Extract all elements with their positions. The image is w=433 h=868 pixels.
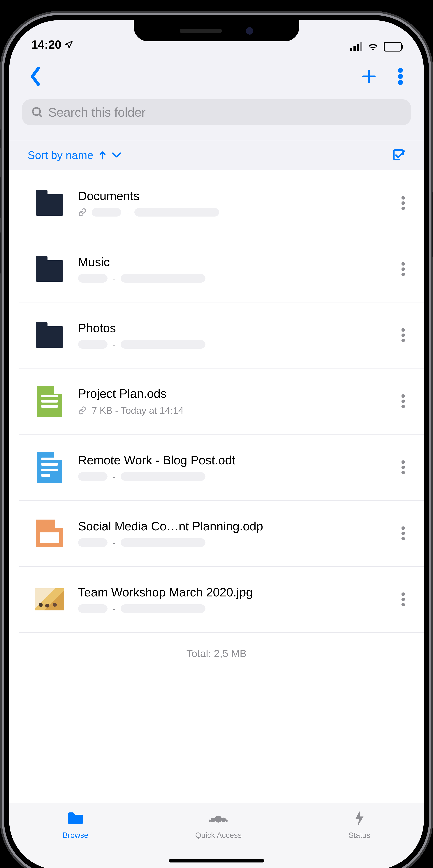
file-row[interactable]: Music -	[19, 237, 424, 303]
tab-bar: Browse Quick Access Status	[9, 803, 424, 868]
volume-down-button	[0, 232, 1, 274]
svg-point-23	[402, 526, 405, 530]
more-vertical-icon	[401, 592, 405, 607]
svg-point-27	[402, 598, 405, 601]
svg-point-13	[402, 273, 405, 276]
file-name: Music	[78, 255, 384, 269]
svg-point-11	[402, 262, 405, 266]
clock: 14:20	[31, 38, 61, 52]
sort-button[interactable]: Sort by name	[28, 149, 121, 161]
redacted-meta	[121, 472, 205, 481]
redacted-meta	[121, 538, 205, 547]
svg-point-30	[211, 817, 215, 822]
file-meta: -	[78, 471, 384, 482]
svg-point-12	[402, 268, 405, 271]
row-menu-button[interactable]	[397, 523, 409, 544]
redacted-meta	[121, 340, 205, 349]
browse-icon	[66, 811, 85, 828]
more-vertical-icon	[401, 196, 405, 210]
svg-point-25	[402, 537, 405, 540]
add-button[interactable]	[361, 69, 377, 84]
quick-access-icon	[209, 811, 228, 828]
file-name: Project Plan.ods	[78, 386, 384, 401]
svg-point-29	[215, 815, 222, 823]
redacted-meta	[78, 340, 108, 349]
svg-point-4	[398, 80, 403, 85]
chevron-left-icon	[29, 66, 41, 87]
location-icon	[64, 40, 73, 49]
svg-point-15	[402, 334, 405, 337]
file-meta: 7 KB - Today at 14:14	[78, 405, 384, 416]
svg-point-20	[402, 460, 405, 464]
status-icons	[350, 42, 402, 52]
tab-quick-access[interactable]: Quick Access	[195, 811, 241, 840]
svg-point-21	[402, 466, 405, 469]
tab-label: Quick Access	[195, 831, 241, 840]
total-size: Total: 2,5 MB	[9, 633, 424, 674]
row-menu-button[interactable]	[397, 391, 409, 412]
svg-point-18	[402, 400, 405, 403]
svg-point-14	[402, 328, 405, 332]
folder-icon	[36, 327, 63, 348]
row-menu-button[interactable]	[397, 589, 409, 610]
file-row[interactable]: Team Workshop March 2020.jpg -	[19, 567, 424, 633]
more-vertical-icon	[401, 262, 405, 276]
link-icon	[78, 406, 87, 415]
file-name: Documents	[78, 189, 384, 203]
file-row[interactable]: Remote Work - Blog Post.odt -	[19, 435, 424, 501]
presentation-icon	[36, 520, 63, 547]
svg-point-9	[402, 202, 405, 205]
svg-point-24	[402, 532, 405, 535]
file-meta: -	[78, 273, 384, 283]
tab-browse[interactable]: Browse	[63, 811, 88, 840]
search-field[interactable]	[22, 99, 411, 125]
mute-switch	[0, 129, 1, 149]
link-icon	[78, 208, 87, 217]
svg-point-3	[398, 74, 403, 79]
file-meta: -	[78, 207, 384, 217]
arrow-up-icon	[98, 150, 107, 160]
tab-status[interactable]: Status	[348, 811, 370, 840]
redacted-meta	[78, 604, 108, 613]
back-button[interactable]	[29, 66, 41, 87]
more-button[interactable]	[397, 68, 404, 85]
file-row[interactable]: Social Media Co…nt Planning.odp -	[19, 501, 424, 567]
battery-icon	[384, 42, 402, 52]
row-menu-button[interactable]	[397, 457, 409, 478]
search-input[interactable]	[48, 105, 402, 120]
redacted-meta	[135, 208, 219, 217]
redacted-meta	[121, 274, 205, 283]
wifi-icon	[368, 42, 378, 51]
header	[9, 56, 424, 125]
file-list[interactable]: Documents - Music - Photos - Project Pla…	[9, 170, 424, 803]
spreadsheet-icon	[37, 385, 62, 417]
more-vertical-icon	[401, 526, 405, 540]
phone-frame: 14:20	[0, 11, 433, 868]
more-vertical-icon	[401, 328, 405, 342]
svg-point-16	[402, 339, 405, 342]
row-menu-button[interactable]	[397, 324, 409, 346]
power-button	[432, 191, 433, 257]
file-row[interactable]: Project Plan.ods 7 KB - Today at 14:14	[19, 369, 424, 435]
row-menu-button[interactable]	[397, 192, 409, 214]
file-row[interactable]: Photos -	[19, 303, 424, 369]
image-thumbnail	[35, 588, 64, 611]
folder-icon	[36, 194, 63, 216]
svg-point-10	[402, 207, 405, 210]
select-button[interactable]	[392, 149, 405, 162]
svg-point-31	[222, 817, 226, 822]
redacted-meta	[121, 604, 205, 613]
row-menu-button[interactable]	[397, 258, 409, 280]
file-row[interactable]: Documents -	[19, 170, 424, 237]
more-vertical-icon	[401, 460, 405, 474]
tab-label: Status	[348, 831, 370, 840]
volume-up-button	[0, 177, 1, 219]
sort-label: Sort by name	[28, 149, 93, 161]
redacted-meta	[78, 472, 108, 481]
tab-label: Browse	[63, 831, 88, 840]
plus-icon	[361, 69, 377, 84]
home-indicator	[169, 859, 264, 863]
file-name: Remote Work - Blog Post.odt	[78, 453, 384, 467]
folder-icon	[36, 260, 63, 282]
status-icon	[350, 811, 369, 828]
